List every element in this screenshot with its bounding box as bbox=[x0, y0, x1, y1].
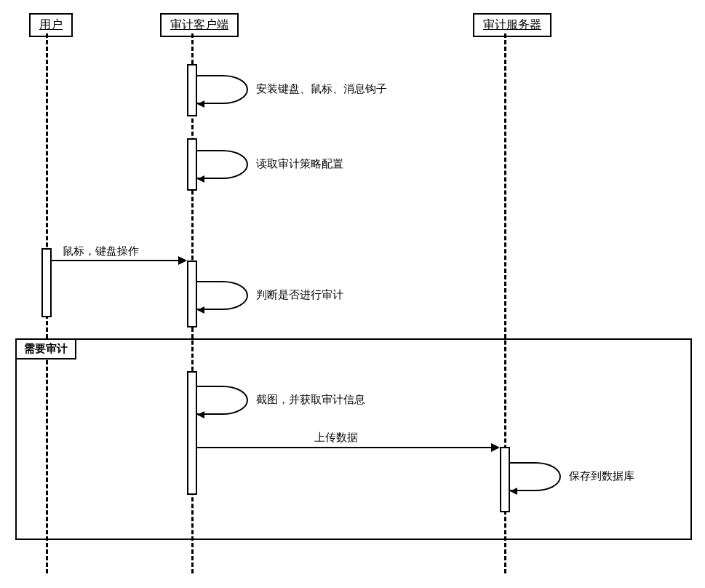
client-label: 审计客户端 bbox=[170, 18, 228, 31]
self-loop-policy bbox=[197, 150, 248, 179]
msg-save-db: 保存到数据库 bbox=[569, 469, 634, 483]
self-loop-policy-arrow bbox=[197, 175, 204, 183]
msg-screenshot: 截图，并获取审计信息 bbox=[256, 393, 365, 407]
msg-judge-audit: 判断是否进行审计 bbox=[256, 288, 343, 302]
msg-mouse-keyboard: 鼠标，键盘操作 bbox=[63, 245, 139, 258]
self-loop-install bbox=[197, 75, 248, 104]
fragment-label-need-audit: 需要审计 bbox=[17, 340, 76, 359]
self-loop-install-arrow bbox=[197, 100, 204, 108]
fragment-text: 需要审计 bbox=[24, 343, 68, 354]
self-loop-savedb-arrow bbox=[510, 488, 517, 495]
participant-server: 审计服务器 bbox=[473, 13, 551, 37]
user-label: 用户 bbox=[39, 18, 63, 31]
msg-upload: 上传数据 bbox=[314, 431, 358, 445]
self-loop-screenshot-arrow bbox=[197, 411, 204, 418]
server-label: 审计服务器 bbox=[483, 18, 541, 31]
self-loop-judge-arrow bbox=[197, 306, 204, 314]
participant-client: 审计客户端 bbox=[160, 13, 239, 37]
self-loop-screenshot bbox=[197, 386, 248, 415]
arrow-upload bbox=[197, 447, 492, 448]
participant-user: 用户 bbox=[29, 13, 73, 37]
activation-client-2 bbox=[187, 138, 197, 191]
activation-user-1 bbox=[41, 248, 52, 317]
arrowhead-mouse-keyboard bbox=[178, 256, 187, 265]
self-loop-savedb bbox=[510, 462, 561, 491]
msg-read-policy: 读取审计策略配置 bbox=[256, 157, 343, 171]
activation-client-1 bbox=[187, 64, 197, 116]
arrow-mouse-keyboard bbox=[52, 260, 179, 261]
self-loop-judge bbox=[197, 281, 248, 310]
arrowhead-upload bbox=[491, 443, 500, 452]
activation-client-3 bbox=[187, 261, 197, 327]
msg-install-hooks: 安装键盘、鼠标、消息钩子 bbox=[256, 82, 387, 96]
